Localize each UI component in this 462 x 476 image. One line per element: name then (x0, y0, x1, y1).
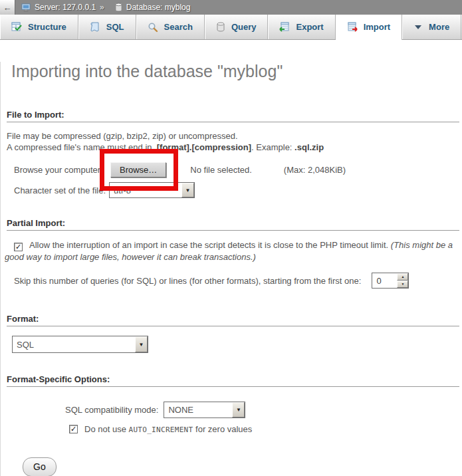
stepper-up-button[interactable]: ▲ (397, 273, 408, 281)
stepper-down-button[interactable]: ▼ (397, 281, 408, 288)
browse-label: Browse your computer: (14, 165, 110, 175)
browse-button[interactable]: Browse… (110, 162, 166, 178)
skip-queries-value: 0 (372, 273, 397, 288)
sql-compatibility-label: SQL compatibility mode: (65, 405, 158, 415)
tab-bar: Structure SQL Search Query (0, 15, 462, 40)
compression-line2-mid: . Example: (251, 142, 294, 152)
back-button[interactable]: ← (0, 0, 15, 15)
compression-note: File may be compressed (gzip, bzip2, zip… (7, 130, 457, 153)
charset-selected-value: utf-8 (110, 183, 181, 197)
go-button[interactable]: Go (23, 457, 57, 476)
section-rule (7, 122, 459, 122)
breadcrumb-bar: ← Server: 127.0.0.1 » Database: myblog (0, 0, 462, 15)
breadcrumb-server-link[interactable]: Server: 127.0.0.1 (35, 3, 96, 12)
tab-label: Search (164, 22, 193, 32)
dropdown-arrow-icon: ▼ (181, 183, 194, 197)
page-title: Importing into the database "myblog" (11, 62, 462, 80)
breadcrumb-database-link[interactable]: Database: myblog (126, 3, 191, 12)
format-select[interactable]: SQL ▼ (12, 336, 148, 353)
tab-more[interactable]: More (402, 15, 461, 39)
tab-search[interactable]: Search (136, 15, 205, 39)
sql-icon (90, 22, 100, 33)
skip-queries-row: Skip this number of queries (for SQL) or… (14, 273, 457, 289)
skip-queries-stepper[interactable]: 0 ▲ ▼ (372, 273, 409, 289)
tab-export[interactable]: Export (268, 15, 335, 39)
dropdown-arrow-icon: ▼ (232, 402, 245, 417)
file-upload-row: Browse your computer: Browse… No file se… (1, 161, 462, 178)
file-selected-status: No file selected. (190, 165, 252, 175)
auto-increment-label: Do not use AUTO_INCREMENT for zero value… (84, 424, 252, 434)
max-upload-size: (Max: 2,048KiB) (284, 165, 346, 175)
stepper-buttons: ▲ ▼ (397, 273, 408, 288)
export-icon (279, 22, 290, 33)
tab-import[interactable]: Import (336, 15, 402, 40)
structure-icon (11, 22, 22, 33)
import-icon (347, 22, 358, 33)
server-icon (21, 3, 31, 13)
charset-label: Character set of the file: (14, 185, 109, 195)
tab-label: Export (296, 22, 323, 32)
section-heading-file-to-import: File to Import: (7, 110, 457, 120)
sql-compatibility-row: SQL compatibility mode: NONE ▼ (65, 402, 462, 418)
section-rule (7, 386, 459, 387)
auto-increment-row: ✓ Do not use AUTO_INCREMENT for zero val… (69, 424, 462, 434)
allow-interruption-row: ✓Allow the interruption of an import in … (5, 239, 455, 263)
breadcrumb-separator: » (100, 3, 104, 12)
query-icon (216, 22, 225, 32)
section-heading-partial-import: Partial Import: (7, 218, 457, 228)
auto-increment-label-prefix: Do not use (84, 424, 129, 434)
sql-compatibility-select[interactable]: NONE ▼ (164, 402, 245, 418)
section-heading-format: Format: (7, 314, 457, 324)
section-rule (7, 230, 459, 231)
format-selected-value: SQL (13, 336, 135, 352)
sql-compatibility-value: NONE (164, 402, 232, 417)
charset-select[interactable]: utf-8 ▼ (109, 182, 195, 198)
section-rule (7, 326, 459, 326)
chevron-down-icon (413, 24, 423, 31)
compression-example-token: .sql.zip (294, 142, 324, 152)
tab-label: Import (364, 22, 390, 32)
dropdown-arrow-icon: ▼ (135, 336, 148, 352)
section-heading-format-specific: Format-Specific Options: (7, 374, 457, 384)
main-content: Importing into the database "myblog" Fil… (0, 62, 462, 476)
tab-label: More (429, 22, 449, 32)
compression-line2-prefix: A compressed file's name must end in (7, 142, 154, 152)
tab-query[interactable]: Query (205, 15, 269, 39)
auto-increment-checkbox[interactable]: ✓ (69, 425, 78, 433)
allow-interruption-checkbox[interactable]: ✓ (14, 243, 23, 251)
back-arrow-icon: ← (3, 3, 12, 13)
skip-queries-label: Skip this number of queries (for SQL) or… (14, 276, 361, 286)
allow-interruption-label: Allow the interruption of an import in c… (29, 240, 391, 250)
tab-sql[interactable]: SQL (78, 15, 136, 39)
search-icon (148, 22, 158, 33)
tab-label: Query (231, 22, 257, 32)
database-icon (114, 3, 123, 12)
tab-label: Structure (28, 22, 66, 32)
auto-increment-code: AUTO_INCREMENT (129, 425, 193, 434)
tab-label: SQL (106, 22, 124, 32)
tab-structure[interactable]: Structure (0, 15, 78, 39)
compression-format-token: .[format].[compression] (154, 142, 251, 152)
charset-row: Character set of the file: utf-8 ▼ (1, 182, 462, 198)
compression-line1: File may be compressed (gzip, bzip2, zip… (7, 131, 238, 141)
auto-increment-label-suffix: for zero values (193, 424, 252, 434)
